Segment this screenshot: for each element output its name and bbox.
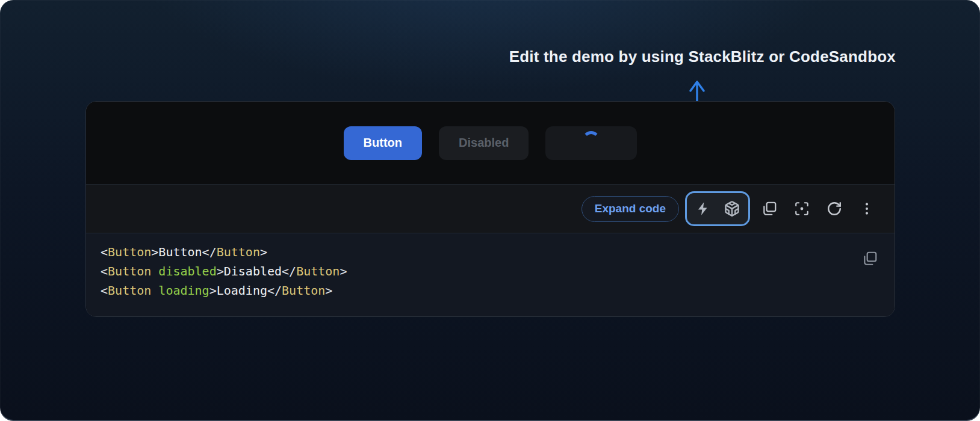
screenshot-root: Edit the demo by using StackBlitz or Cod… [0, 0, 980, 421]
code-block: <Button>Button</Button><Button disabled>… [101, 242, 880, 300]
demo-button-disabled: Disabled [439, 126, 529, 160]
copy-source-button[interactable] [756, 195, 783, 222]
code-line: <Button loading>Loading</Button> [101, 281, 880, 300]
demo-button-primary[interactable]: Button [344, 126, 422, 160]
isolate-demo-button[interactable] [789, 195, 815, 222]
more-actions-button[interactable] [854, 195, 880, 222]
stackblitz-icon [695, 201, 711, 217]
code-line: <Button>Button</Button> [101, 242, 880, 262]
expand-code-button[interactable]: Expand code [581, 196, 679, 222]
copy-icon [862, 251, 878, 268]
annotation-heading: Edit the demo by using StackBlitz or Cod… [509, 48, 896, 66]
spinner-icon [582, 131, 600, 149]
copy-code-button[interactable] [860, 250, 879, 269]
demo-card: Button Disabled Expand code [85, 101, 895, 317]
demo-toolbar: Expand code [86, 184, 895, 233]
refresh-demo-button[interactable] [821, 195, 848, 222]
sandbox-buttons-highlight [685, 191, 750, 226]
more-icon [859, 201, 875, 217]
copy-icon [761, 201, 777, 217]
demo-button-loading [545, 126, 637, 160]
focus-icon [794, 201, 810, 217]
demo-preview-area: Button Disabled [86, 102, 895, 184]
codesandbox-icon [724, 200, 740, 217]
refresh-icon [826, 201, 842, 217]
code-line: <Button disabled>Disabled</Button> [101, 262, 880, 281]
codesandbox-button[interactable] [719, 195, 745, 222]
stackblitz-button[interactable] [690, 195, 716, 222]
code-panel: <Button>Button</Button><Button disabled>… [86, 233, 895, 316]
